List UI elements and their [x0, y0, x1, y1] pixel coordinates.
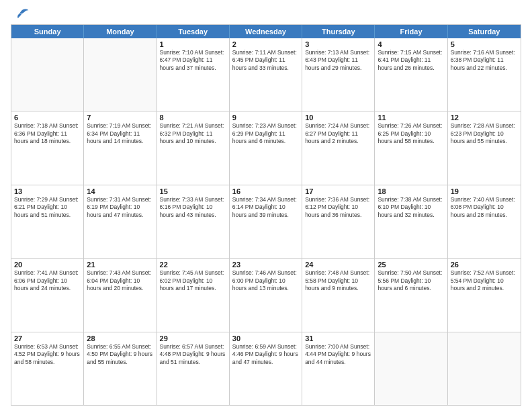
empty-cell [11, 38, 84, 111]
day-info: Sunrise: 7:00 AM Sunset: 4:44 PM Dayligh… [305, 343, 371, 365]
day-cell-8: 8Sunrise: 7:21 AM Sunset: 6:32 PM Daylig… [157, 111, 230, 184]
day-number: 18 [378, 187, 444, 195]
day-number: 8 [160, 113, 226, 122]
logo-bird-icon [13, 8, 30, 21]
day-cell-14: 14Sunrise: 7:31 AM Sunset: 6:19 PM Dayli… [84, 185, 157, 258]
day-cell-29: 29Sunrise: 6:57 AM Sunset: 4:48 PM Dayli… [157, 332, 230, 405]
day-info: Sunrise: 7:45 AM Sunset: 6:02 PM Dayligh… [160, 269, 224, 291]
day-cell-15: 15Sunrise: 7:33 AM Sunset: 6:16 PM Dayli… [157, 185, 230, 258]
day-number: 25 [378, 261, 444, 269]
day-number: 20 [14, 261, 81, 269]
empty-cell [84, 38, 157, 111]
day-info: Sunrise: 7:21 AM Sunset: 6:32 PM Dayligh… [160, 122, 224, 144]
day-number: 12 [451, 113, 518, 122]
calendar-row-4: 27Sunrise: 6:53 AM Sunset: 4:52 PM Dayli… [11, 332, 521, 405]
day-info: Sunrise: 7:15 AM Sunset: 6:41 PM Dayligh… [378, 49, 442, 71]
empty-cell [448, 332, 521, 405]
day-info: Sunrise: 7:13 AM Sunset: 6:43 PM Dayligh… [305, 49, 369, 71]
day-cell-6: 6Sunrise: 7:18 AM Sunset: 6:36 PM Daylig… [11, 111, 84, 184]
day-number: 11 [378, 113, 444, 122]
day-info: Sunrise: 7:28 AM Sunset: 6:23 PM Dayligh… [451, 122, 515, 144]
day-number: 17 [305, 187, 371, 195]
day-cell-7: 7Sunrise: 7:19 AM Sunset: 6:34 PM Daylig… [84, 111, 157, 184]
day-info: Sunrise: 7:16 AM Sunset: 6:38 PM Dayligh… [451, 49, 515, 71]
header-day-tuesday: Tuesday [157, 25, 230, 38]
day-info: Sunrise: 7:38 AM Sunset: 6:10 PM Dayligh… [378, 196, 442, 218]
day-number: 31 [305, 334, 371, 342]
day-number: 23 [232, 261, 299, 269]
day-number: 10 [305, 113, 371, 122]
day-info: Sunrise: 7:33 AM Sunset: 6:16 PM Dayligh… [160, 196, 224, 218]
day-info: Sunrise: 7:43 AM Sunset: 6:04 PM Dayligh… [87, 269, 151, 291]
day-cell-4: 4Sunrise: 7:15 AM Sunset: 6:41 PM Daylig… [375, 38, 447, 111]
day-number: 28 [87, 334, 153, 342]
day-cell-12: 12Sunrise: 7:28 AM Sunset: 6:23 PM Dayli… [448, 111, 521, 184]
logo [11, 8, 31, 21]
day-cell-19: 19Sunrise: 7:40 AM Sunset: 6:08 PM Dayli… [448, 185, 521, 258]
day-cell-16: 16Sunrise: 7:34 AM Sunset: 6:14 PM Dayli… [230, 185, 302, 258]
day-number: 9 [232, 113, 299, 122]
day-cell-23: 23Sunrise: 7:46 AM Sunset: 6:00 PM Dayli… [230, 259, 302, 331]
day-number: 21 [87, 261, 153, 269]
day-number: 14 [87, 187, 153, 195]
day-number: 30 [232, 334, 299, 342]
day-info: Sunrise: 7:19 AM Sunset: 6:34 PM Dayligh… [87, 122, 151, 144]
day-cell-26: 26Sunrise: 7:52 AM Sunset: 5:54 PM Dayli… [448, 259, 521, 331]
day-number: 2 [232, 40, 299, 48]
day-number: 7 [87, 113, 153, 122]
day-cell-18: 18Sunrise: 7:38 AM Sunset: 6:10 PM Dayli… [375, 185, 447, 258]
day-info: Sunrise: 7:48 AM Sunset: 5:58 PM Dayligh… [305, 269, 369, 291]
day-number: 24 [305, 261, 371, 269]
day-info: Sunrise: 7:41 AM Sunset: 6:06 PM Dayligh… [14, 269, 79, 291]
day-cell-1: 1Sunrise: 7:10 AM Sunset: 6:47 PM Daylig… [157, 38, 230, 111]
day-number: 27 [14, 334, 81, 342]
header-day-saturday: Saturday [448, 25, 521, 38]
calendar-row-2: 13Sunrise: 7:29 AM Sunset: 6:21 PM Dayli… [11, 185, 521, 259]
day-info: Sunrise: 6:53 AM Sunset: 4:52 PM Dayligh… [14, 343, 80, 365]
day-number: 16 [232, 187, 299, 195]
calendar-row-1: 6Sunrise: 7:18 AM Sunset: 6:36 PM Daylig… [11, 111, 521, 185]
day-number: 15 [160, 187, 226, 195]
day-info: Sunrise: 7:24 AM Sunset: 6:27 PM Dayligh… [305, 122, 369, 144]
day-number: 1 [160, 40, 226, 48]
calendar: SundayMondayTuesdayWednesdayThursdayFrid… [11, 24, 521, 406]
day-number: 22 [160, 261, 226, 269]
day-cell-3: 3Sunrise: 7:13 AM Sunset: 6:43 PM Daylig… [302, 38, 375, 111]
header-day-friday: Friday [375, 25, 447, 38]
day-cell-13: 13Sunrise: 7:29 AM Sunset: 6:21 PM Dayli… [11, 185, 84, 258]
day-number: 13 [14, 187, 81, 195]
day-cell-27: 27Sunrise: 6:53 AM Sunset: 4:52 PM Dayli… [11, 332, 84, 405]
day-cell-21: 21Sunrise: 7:43 AM Sunset: 6:04 PM Dayli… [84, 259, 157, 331]
day-cell-31: 31Sunrise: 7:00 AM Sunset: 4:44 PM Dayli… [302, 332, 375, 405]
calendar-body: 1Sunrise: 7:10 AM Sunset: 6:47 PM Daylig… [11, 38, 521, 405]
day-info: Sunrise: 7:18 AM Sunset: 6:36 PM Dayligh… [14, 122, 79, 144]
day-cell-30: 30Sunrise: 6:59 AM Sunset: 4:46 PM Dayli… [230, 332, 302, 405]
day-info: Sunrise: 6:59 AM Sunset: 4:46 PM Dayligh… [232, 343, 298, 365]
day-cell-11: 11Sunrise: 7:26 AM Sunset: 6:25 PM Dayli… [375, 111, 447, 184]
day-cell-9: 9Sunrise: 7:23 AM Sunset: 6:29 PM Daylig… [230, 111, 302, 184]
day-info: Sunrise: 7:52 AM Sunset: 5:54 PM Dayligh… [451, 269, 515, 291]
day-info: Sunrise: 7:26 AM Sunset: 6:25 PM Dayligh… [378, 122, 442, 144]
day-info: Sunrise: 7:10 AM Sunset: 6:47 PM Dayligh… [160, 49, 224, 71]
calendar-row-0: 1Sunrise: 7:10 AM Sunset: 6:47 PM Daylig… [11, 38, 521, 111]
day-number: 19 [451, 187, 518, 195]
day-number: 6 [14, 113, 81, 122]
day-info: Sunrise: 6:55 AM Sunset: 4:50 PM Dayligh… [87, 343, 152, 365]
day-info: Sunrise: 6:57 AM Sunset: 4:48 PM Dayligh… [160, 343, 226, 365]
day-info: Sunrise: 7:34 AM Sunset: 6:14 PM Dayligh… [232, 196, 297, 218]
day-info: Sunrise: 7:36 AM Sunset: 6:12 PM Dayligh… [305, 196, 369, 218]
day-cell-25: 25Sunrise: 7:50 AM Sunset: 5:56 PM Dayli… [375, 259, 447, 331]
header [11, 8, 521, 21]
day-cell-20: 20Sunrise: 7:41 AM Sunset: 6:06 PM Dayli… [11, 259, 84, 331]
day-info: Sunrise: 7:46 AM Sunset: 6:00 PM Dayligh… [232, 269, 297, 291]
page: SundayMondayTuesdayWednesdayThursdayFrid… [0, 0, 532, 411]
header-day-thursday: Thursday [302, 25, 375, 38]
day-number: 26 [451, 261, 518, 269]
day-info: Sunrise: 7:29 AM Sunset: 6:21 PM Dayligh… [14, 196, 79, 218]
empty-cell [375, 332, 447, 405]
day-number: 4 [378, 40, 444, 48]
header-day-sunday: Sunday [11, 25, 84, 38]
day-number: 29 [160, 334, 226, 342]
calendar-header: SundayMondayTuesdayWednesdayThursdayFrid… [11, 25, 521, 38]
day-info: Sunrise: 7:40 AM Sunset: 6:08 PM Dayligh… [451, 196, 515, 218]
